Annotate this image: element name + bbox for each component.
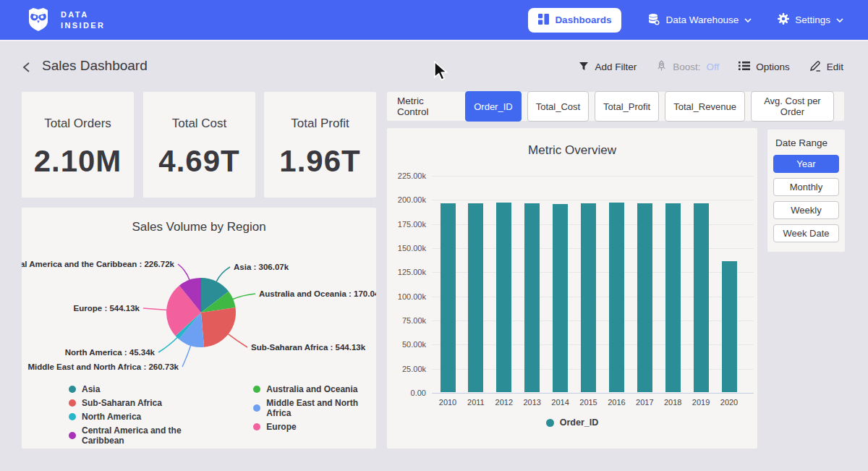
boost-toggle[interactable]: Boost: Off (656, 60, 719, 74)
pie-legend: AsiaSub-Saharan AfricaNorth AmericaCentr… (69, 384, 376, 446)
pie-leader-line-middle-east-and-north-africa (182, 345, 191, 367)
y-axis-tick: 225.00k (388, 171, 426, 180)
kpi-label: Total Cost (172, 116, 227, 131)
x-axis-tick-2016: 2016 (608, 398, 625, 407)
bar-2012[interactable] (496, 203, 511, 392)
metric-control-bar: Metric Control Order_IDTotal_CostTotal_P… (387, 92, 844, 121)
chevron-down-icon (744, 14, 752, 25)
pie-legend-item-middle-east-and-north-africa[interactable]: Middle East and North Africa (253, 398, 376, 418)
add-filter-button[interactable]: Add Filter (579, 61, 637, 73)
metric-chip-total-cost[interactable]: Total_Cost (527, 91, 589, 122)
metric-overview-chart-card: Metric Overview 225.00k200.00k175.00k150… (387, 128, 757, 449)
kpi-value: 2.10M (34, 144, 122, 179)
bar-chart-legend: Order_ID (387, 417, 757, 428)
bar-chart-title: Metric Overview (387, 143, 757, 158)
gear-icon (778, 13, 789, 27)
bar-2016[interactable] (609, 203, 624, 392)
legend-label: Europe (266, 422, 296, 432)
mouse-cursor (433, 61, 450, 84)
pie-legend-item-central-america-and-the-caribbean[interactable]: Central America and the Caribbean (69, 425, 216, 446)
brand-name: DATA INSIDER (61, 9, 105, 31)
pie-leader-line-asia (216, 267, 230, 282)
header-toolbar: Add Filter Boost: Off (579, 60, 843, 74)
kpi-value: 4.69T (158, 144, 239, 179)
edit-button[interactable]: Edit (809, 60, 843, 74)
gridline-0.00 (432, 393, 754, 394)
pie-leader-line-sub-saharan-africa (228, 334, 247, 347)
legend-dot-north-america (69, 413, 76, 420)
metric-chip-total-profit[interactable]: Total_Profit (595, 91, 659, 122)
kpi-label: Total Orders (44, 116, 111, 131)
pie-legend-item-australia-and-oceania[interactable]: Australia and Oceania (253, 384, 376, 394)
legend-dot-sub-saharan-africa (69, 399, 76, 407)
kpi-card-total-orders: Total Orders 2.10M (22, 92, 134, 198)
bar-2017[interactable] (637, 203, 652, 392)
pencil-icon (809, 60, 821, 74)
x-axis-tick-2014: 2014 (551, 398, 569, 407)
legend-label-order-id[interactable]: Order_ID (560, 417, 599, 428)
data-warehouse-menu[interactable]: Data Warehouse (647, 13, 752, 27)
date-range-panel: Date Range YearMonthlyWeeklyWeek Date (767, 130, 845, 252)
pie-chart-title: Sales Volume by Region (22, 220, 376, 234)
legend-dot-central-america-and-the-caribbean (69, 432, 76, 439)
x-axis-tick-2019: 2019 (692, 398, 710, 407)
y-axis-tick: 0.00 (388, 389, 426, 397)
legend-dot-middle-east-and-north-africa (253, 404, 260, 412)
nav-divider (0, 40, 868, 41)
metric-chip-order-id[interactable]: Order_ID (465, 91, 521, 122)
settings-menu[interactable]: Settings (778, 13, 843, 27)
brand-logo[interactable]: DATA INSIDER (25, 5, 105, 35)
pie-label-north-america: North America : 45.34k (65, 348, 156, 357)
legend-label: Asia (82, 384, 100, 394)
legend-label: Sub-Saharan Africa (82, 398, 162, 408)
pie-legend-item-asia[interactable]: Asia (69, 384, 216, 394)
legend-dot-asia (69, 386, 76, 393)
sales-dashboard-app: DATA INSIDER Dashboards (0, 0, 868, 471)
bar-2019[interactable] (694, 203, 709, 392)
bar-2015[interactable] (581, 203, 596, 392)
legend-label: Australia and Oceania (266, 384, 357, 394)
x-axis-tick-2017: 2017 (636, 398, 653, 407)
bar-2010[interactable] (441, 203, 456, 392)
pie-label-middle-east-and-north-africa: Middle East and North Africa : 260.73k (27, 362, 179, 371)
bar-2013[interactable] (524, 203, 540, 392)
sales-by-region-card: Sales Volume by Region Asia : 306.07kAus… (22, 208, 376, 449)
pie-legend-item-europe[interactable]: Europe (253, 422, 376, 432)
back-button[interactable] (20, 60, 35, 75)
owl-logo-icon (25, 5, 52, 35)
bar-2018[interactable] (665, 203, 681, 392)
pie-legend-item-sub-saharan-africa[interactable]: Sub-Saharan Africa (69, 398, 216, 408)
y-axis-tick: 75.00k (388, 316, 426, 325)
pie-legend-column: Australia and OceaniaMiddle East and Nor… (253, 384, 376, 446)
bar-2020[interactable] (722, 261, 737, 392)
pie-label-europe: Europe : 544.13k (74, 304, 140, 313)
metric-chip-total-revenue[interactable]: Total_Revenue (665, 91, 745, 122)
kpi-card-total-cost: Total Cost 4.69T (143, 92, 255, 198)
legend-label: North America (82, 412, 141, 422)
legend-dot-europe (253, 423, 260, 430)
metric-chip-avg-cost-per-order[interactable]: Avg. Cost per Order (751, 91, 834, 122)
pie-legend-column: AsiaSub-Saharan AfricaNorth AmericaCentr… (69, 384, 216, 446)
date-range-monthly[interactable]: Monthly (773, 178, 839, 196)
gridline-200.00k (432, 200, 754, 200)
dashboards-button[interactable]: Dashboards (528, 8, 621, 33)
pie-slice-sub-saharan-africa[interactable] (201, 307, 236, 347)
bar-2014[interactable] (553, 204, 568, 392)
options-button[interactable]: Options (739, 61, 790, 73)
page-title: Sales Dashboard (42, 58, 148, 74)
gridline-225.00k (432, 176, 754, 177)
nav-menu: Dashboards Data Warehouse (528, 8, 843, 33)
pie-label-australia-and-oceania: Australia and Oceania : 170.04k (259, 289, 376, 298)
y-axis-tick: 50.00k (388, 340, 426, 349)
metric-chips: Order_IDTotal_CostTotal_ProfitTotal_Reve… (465, 91, 834, 122)
x-axis-tick-2011: 2011 (467, 398, 485, 407)
pie-label-sub-saharan-africa: Sub-Saharan Africa : 544.13k (251, 343, 366, 352)
date-range-weekly[interactable]: Weekly (773, 201, 839, 219)
pie-legend-item-north-america[interactable]: North America (69, 412, 216, 422)
date-range-week-date[interactable]: Week Date (773, 224, 839, 242)
x-axis-tick-2012: 2012 (495, 398, 513, 407)
date-range-year[interactable]: Year (773, 155, 839, 173)
x-axis-tick-2013: 2013 (523, 398, 540, 407)
y-axis-tick: 150.00k (388, 244, 426, 253)
bar-2011[interactable] (468, 203, 483, 392)
